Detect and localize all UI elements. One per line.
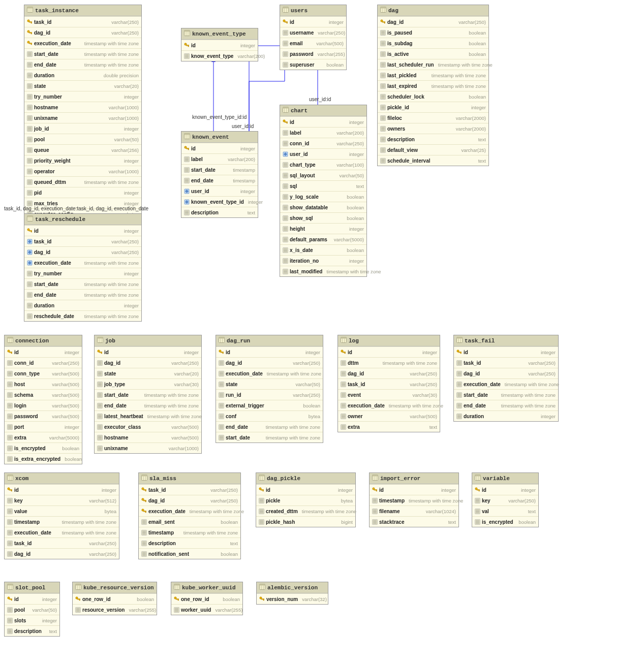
entity-dag[interactable]: dagdag_idvarchar(250)is_pausedbooleanis_…: [377, 5, 489, 166]
column-row[interactable]: keyvarchar(512): [5, 495, 119, 506]
column-row[interactable]: unixnamevarchar(1000): [95, 443, 201, 453]
column-row[interactable]: idinteger: [454, 346, 558, 357]
column-row[interactable]: valuebytea: [5, 506, 119, 516]
column-row[interactable]: is_encryptedboolean: [5, 443, 82, 453]
column-row[interactable]: dag_idvarchar(250): [338, 368, 440, 378]
entity-task_reschedule[interactable]: task_rescheduleidintegertask_idvarchar(2…: [24, 213, 142, 322]
column-row[interactable]: execution_datetimestamp with time zone: [454, 378, 558, 389]
entity-kube_worker_uuid[interactable]: kube_worker_uuidone_row_idbooleanworker_…: [171, 582, 243, 615]
column-row[interactable]: end_datetimestamp: [181, 175, 258, 185]
column-row[interactable]: start_datetimestamp with time zone: [216, 432, 323, 443]
column-row[interactable]: x_is_dateboolean: [280, 244, 366, 255]
column-row[interactable]: hostvarchar(500): [5, 378, 82, 389]
column-row[interactable]: ownervarchar(500): [338, 411, 440, 421]
column-row[interactable]: execution_datetimestamp with time zone: [338, 400, 440, 411]
column-row[interactable]: reschedule_datetimestamp with time zone: [24, 310, 141, 321]
column-row[interactable]: stacktracetext: [370, 516, 458, 527]
column-row[interactable]: end_datetimestamp with time zone: [454, 400, 558, 411]
entity-header[interactable]: xcom: [5, 473, 119, 484]
column-row[interactable]: worker_uuidvarchar(255): [171, 604, 242, 615]
entity-users[interactable]: usersidintegerusernamevarchar(250)emailv…: [280, 5, 347, 70]
column-row[interactable]: pickle_hashbigint: [256, 516, 355, 527]
column-row[interactable]: durationinteger: [24, 300, 141, 310]
entity-header[interactable]: dag: [378, 5, 488, 16]
column-row[interactable]: timestamptimestamp with time zone: [370, 495, 458, 506]
column-row[interactable]: last_modifiedtimestamp with time zone: [280, 266, 366, 276]
column-row[interactable]: sql_layoutvarchar(50): [280, 170, 366, 180]
entity-import_error[interactable]: import_erroridintegertimestamptimestamp …: [369, 472, 459, 527]
column-row[interactable]: passwordvarchar(255): [280, 48, 346, 59]
column-row[interactable]: filelocvarchar(2000): [378, 112, 488, 123]
column-row[interactable]: dag_idvarchar(250): [5, 548, 119, 559]
column-row[interactable]: start_datetimestamp with time zone: [95, 389, 201, 400]
column-row[interactable]: portinteger: [5, 421, 82, 432]
column-row[interactable]: scheduler_lockboolean: [378, 91, 488, 102]
column-row[interactable]: statevarchar(20): [24, 80, 141, 91]
column-row[interactable]: extratext: [338, 421, 440, 432]
column-row[interactable]: end_datetimestamp with time zone: [24, 289, 141, 300]
column-row[interactable]: hostnamevarchar(500): [95, 432, 201, 443]
column-row[interactable]: idinteger: [5, 346, 82, 357]
column-row[interactable]: slotsinteger: [5, 615, 59, 625]
column-row[interactable]: unixnamevarchar(1000): [24, 112, 141, 123]
column-row[interactable]: task_idvarchar(250): [454, 357, 558, 368]
column-row[interactable]: show_datatableboolean: [280, 202, 366, 212]
entity-header[interactable]: chart: [280, 105, 366, 116]
entity-slot_pool[interactable]: slot_poolidintegerpoolvarchar(50)slotsin…: [4, 582, 60, 637]
column-row[interactable]: try_numberinteger: [24, 91, 141, 102]
column-row[interactable]: idinteger: [5, 593, 59, 604]
column-row[interactable]: idinteger: [280, 16, 346, 27]
entity-dag_run[interactable]: dag_runidintegerdag_idvarchar(250)execut…: [216, 335, 323, 443]
column-row[interactable]: conn_idvarchar(250): [5, 357, 82, 368]
column-row[interactable]: user_idinteger: [280, 148, 366, 159]
column-row[interactable]: user_idinteger: [181, 185, 258, 196]
column-row[interactable]: durationdouble precision: [24, 70, 141, 80]
column-row[interactable]: last_scheduler_runtimestamp with time zo…: [378, 59, 488, 70]
column-row[interactable]: queuevarchar(256): [24, 144, 141, 155]
column-row[interactable]: idinteger: [472, 484, 538, 495]
column-row[interactable]: start_datetimestamp: [181, 164, 258, 175]
entity-header[interactable]: import_error: [370, 473, 458, 484]
entity-sla_miss[interactable]: sla_misstask_idvarchar(250)dag_idvarchar…: [138, 472, 241, 559]
column-row[interactable]: loginvarchar(500): [5, 400, 82, 411]
entity-header[interactable]: users: [280, 5, 346, 16]
entity-header[interactable]: task_fail: [454, 335, 558, 346]
entity-dag_pickle[interactable]: dag_pickleidintegerpicklebyteacreated_dt…: [256, 472, 356, 527]
column-row[interactable]: task_idvarchar(250): [139, 484, 240, 495]
column-row[interactable]: filenamevarchar(1024): [370, 506, 458, 516]
entity-connection[interactable]: connectionidintegerconn_idvarchar(250)co…: [4, 335, 82, 464]
column-row[interactable]: poolvarchar(50): [24, 134, 141, 144]
column-row[interactable]: dag_idvarchar(250): [454, 368, 558, 378]
column-row[interactable]: resource_versionvarchar(255): [73, 604, 157, 615]
column-row[interactable]: descriptiontext: [139, 538, 240, 548]
column-row[interactable]: poolvarchar(50): [5, 604, 59, 615]
entity-header[interactable]: sla_miss: [139, 473, 240, 484]
column-row[interactable]: job_idinteger: [24, 123, 141, 134]
column-row[interactable]: version_numvarchar(32): [257, 593, 328, 604]
entity-chart[interactable]: chartidintegerlabelvarchar(200)conn_idva…: [280, 105, 367, 277]
column-row[interactable]: durationinteger: [454, 411, 558, 421]
column-row[interactable]: idinteger: [280, 116, 366, 127]
column-row[interactable]: task_idvarchar(250): [338, 378, 440, 389]
column-row[interactable]: labelvarchar(200): [280, 127, 366, 138]
column-row[interactable]: dag_idvarchar(250): [24, 246, 141, 257]
column-row[interactable]: end_datetimestamp with time zone: [24, 59, 141, 70]
column-row[interactable]: execution_datetimestamp with time zone: [24, 257, 141, 268]
column-row[interactable]: descriptiontext: [378, 134, 488, 144]
column-row[interactable]: confbytea: [216, 411, 323, 421]
column-row[interactable]: show_sqlboolean: [280, 212, 366, 223]
column-row[interactable]: dttmtimestamp with time zone: [338, 357, 440, 368]
column-row[interactable]: schemavarchar(500): [5, 389, 82, 400]
column-row[interactable]: notification_sentboolean: [139, 548, 240, 559]
column-row[interactable]: try_numberinteger: [24, 268, 141, 278]
column-row[interactable]: default_viewvarchar(25): [378, 144, 488, 155]
column-row[interactable]: idinteger: [5, 484, 119, 495]
column-row[interactable]: end_datetimestamp with time zone: [216, 421, 323, 432]
column-row[interactable]: known_event_type_idinteger: [181, 196, 258, 207]
column-row[interactable]: dag_idvarchar(250): [378, 16, 488, 27]
column-row[interactable]: y_log_scaleboolean: [280, 191, 366, 202]
column-row[interactable]: descriptiontext: [5, 625, 59, 636]
entity-alembic_version[interactable]: alembic_versionversion_numvarchar(32): [256, 582, 328, 605]
column-row[interactable]: idinteger: [181, 143, 258, 153]
column-row[interactable]: email_sentboolean: [139, 516, 240, 527]
